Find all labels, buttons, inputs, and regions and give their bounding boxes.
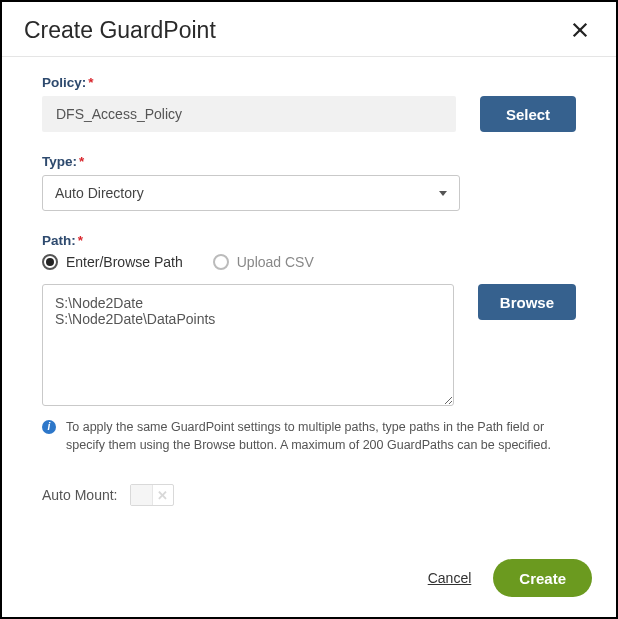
policy-value-display: DFS_Access_Policy [42,96,456,132]
path-label: Path:* [42,233,576,248]
policy-label: Policy:* [42,75,576,90]
dialog-header: Create GuardPoint [2,2,616,57]
path-input-row: Browse [42,284,576,409]
auto-mount-label: Auto Mount: [42,487,118,503]
path-mode-radio-group: Enter/Browse Path Upload CSV [42,254,576,270]
dialog-body: Policy:* DFS_Access_Policy Select Type:*… [2,57,616,559]
radio-icon [42,254,58,270]
radio-enter-browse-path[interactable]: Enter/Browse Path [42,254,183,270]
radio-upload-csv[interactable]: Upload CSV [213,254,314,270]
path-info-note: i To apply the same GuardPoint settings … [42,419,576,454]
type-field: Type:* Auto Directory [42,154,576,211]
close-button[interactable] [566,16,594,44]
chevron-down-icon [439,191,447,196]
select-policy-button[interactable]: Select [480,96,576,132]
info-icon: i [42,420,56,434]
policy-field: Policy:* DFS_Access_Policy Select [42,75,576,132]
browse-path-button[interactable]: Browse [478,284,576,320]
close-icon [571,21,589,39]
toggle-off-icon: ✕ [153,485,173,505]
path-info-text: To apply the same GuardPoint settings to… [66,419,576,454]
create-button[interactable]: Create [493,559,592,597]
auto-mount-toggle[interactable]: ✕ [130,484,174,506]
required-marker: * [88,75,93,90]
create-guardpoint-dialog: Create GuardPoint Policy:* DFS_Access_Po… [2,2,616,617]
path-field: Path:* Enter/Browse Path Upload CSV [42,233,576,270]
toggle-knob [131,485,153,505]
radio-icon [213,254,229,270]
type-dropdown[interactable]: Auto Directory [42,175,460,211]
dialog-title: Create GuardPoint [24,17,216,44]
required-marker: * [78,233,83,248]
path-textarea[interactable] [42,284,454,406]
dialog-footer: Cancel Create [2,559,616,617]
cancel-button[interactable]: Cancel [424,566,476,590]
type-selected-value: Auto Directory [55,185,144,201]
required-marker: * [79,154,84,169]
auto-mount-field: Auto Mount: ✕ [42,484,576,506]
type-label: Type:* [42,154,576,169]
